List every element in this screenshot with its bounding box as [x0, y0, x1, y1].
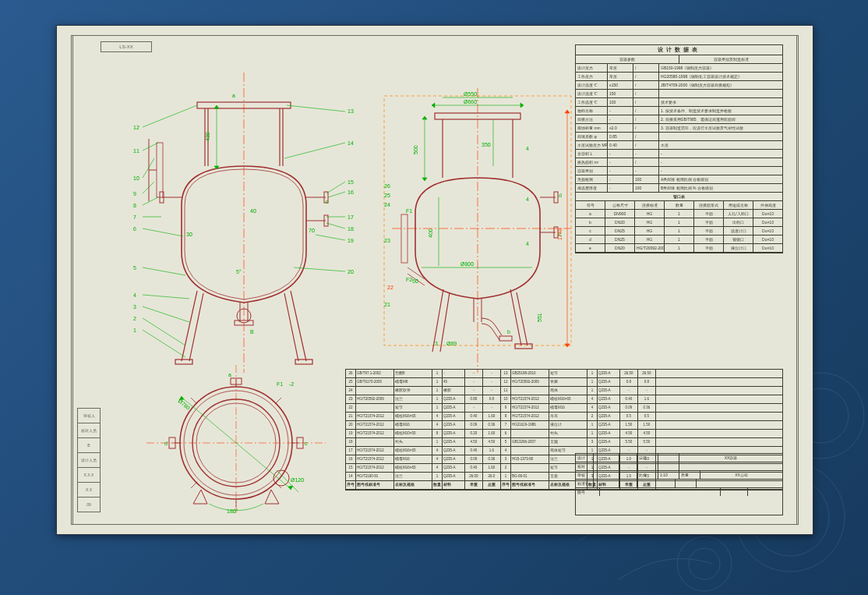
svg-line-46	[143, 105, 197, 127]
svg-text:3: 3	[435, 341, 438, 346]
svg-text:551: 551	[537, 313, 542, 322]
svg-line-38	[143, 295, 189, 299]
svg-text:12: 12	[133, 125, 139, 130]
svg-line-147	[191, 398, 197, 404]
svg-text:3: 3	[133, 304, 136, 310]
svg-text:9: 9	[133, 191, 136, 197]
svg-line-66	[294, 267, 345, 271]
svg-text:Ø120: Ø120	[291, 477, 304, 483]
svg-line-37	[143, 306, 189, 322]
svg-text:400: 400	[428, 228, 433, 238]
svg-text:23: 23	[384, 238, 390, 243]
svg-text:c: c	[559, 232, 562, 237]
svg-line-35	[143, 330, 185, 357]
svg-point-3	[677, 537, 732, 591]
svg-line-149	[191, 482, 197, 488]
design-data-table: 设计数据表 容器参数容器类别及制造标准 设计压力常压/GB150-1998《钢制…	[575, 44, 783, 253]
svg-text:50: 50	[412, 278, 418, 284]
plan-view: Ø780 Ø120 180° a d c F1 -2	[135, 361, 337, 517]
svg-text:8: 8	[133, 203, 136, 208]
svg-point-4	[689, 548, 720, 579]
svg-text:20: 20	[348, 269, 354, 274]
svg-text:5: 5	[133, 265, 136, 271]
svg-line-25	[182, 291, 197, 361]
svg-line-28	[284, 293, 298, 361]
svg-text:14: 14	[348, 140, 354, 146]
svg-text:-2: -2	[289, 381, 294, 387]
svg-line-148	[275, 398, 281, 404]
svg-line-45	[143, 143, 158, 151]
svg-text:2: 2	[133, 316, 136, 321]
svg-line-39	[143, 267, 185, 275]
svg-line-36	[143, 318, 185, 345]
svg-line-40	[143, 228, 183, 236]
svg-line-62	[328, 192, 345, 197]
svg-line-27	[291, 291, 306, 361]
svg-line-61	[326, 182, 345, 193]
svg-line-59	[287, 105, 345, 112]
svg-text:430: 430	[205, 132, 210, 141]
svg-text:Ø550: Ø550	[464, 91, 477, 97]
svg-text:180°: 180°	[227, 508, 238, 514]
svg-text:22: 22	[387, 285, 393, 290]
svg-text:6: 6	[133, 226, 136, 232]
svg-text:11: 11	[133, 148, 139, 154]
svg-text:500: 500	[413, 145, 418, 154]
svg-text:4: 4	[526, 197, 529, 202]
svg-line-65	[316, 235, 345, 240]
svg-line-99	[517, 292, 528, 345]
svg-text:B: B	[250, 329, 254, 335]
svg-text:18: 18	[348, 226, 354, 232]
side-elevation-view: Ø660 Ø550 500 350 400 50 Ø800 551 Ø89 4 …	[369, 65, 587, 377]
svg-text:15: 15	[348, 179, 354, 185]
svg-text:1: 1	[133, 328, 136, 333]
drawing-sheet: LS-XX 审核人校对人员B 设计人员X.X.XX.X09	[56, 25, 813, 535]
revision-column: 审核人校对人员B 设计人员X.X.XX.X09	[77, 408, 101, 512]
svg-text:19: 19	[348, 238, 354, 243]
svg-text:a: a	[232, 93, 235, 98]
svg-text:F1: F1	[277, 381, 283, 387]
svg-text:21: 21	[384, 302, 390, 307]
svg-text:Ø780: Ø780	[177, 398, 191, 410]
svg-line-26	[189, 293, 203, 361]
svg-text:4: 4	[526, 146, 529, 151]
svg-text:16: 16	[348, 189, 354, 195]
svg-text:4: 4	[133, 292, 136, 298]
svg-text:b: b	[507, 329, 510, 335]
svg-point-154	[273, 470, 289, 486]
svg-rect-101	[515, 344, 532, 349]
sheet-stamp: LS-XX	[101, 41, 152, 52]
svg-text:30: 30	[186, 232, 192, 237]
svg-text:7: 7	[133, 214, 136, 220]
svg-text:24: 24	[384, 202, 390, 207]
svg-line-42	[143, 197, 158, 205]
svg-text:4: 4	[526, 241, 529, 246]
svg-text:d: d	[164, 441, 168, 446]
svg-text:d: d	[559, 193, 562, 198]
title-block: 设计日期XX容器 校对 审核比例1:10质量XX公司 标准化 图号	[575, 453, 783, 515]
svg-text:c: c	[305, 441, 308, 446]
svg-text:Ø89: Ø89	[446, 341, 457, 346]
svg-text:350: 350	[482, 142, 491, 147]
svg-text:c: c	[326, 199, 329, 204]
svg-text:10: 10	[133, 175, 139, 181]
svg-text:40: 40	[250, 208, 256, 214]
svg-text:Ø660: Ø660	[464, 99, 477, 104]
svg-text:25: 25	[384, 193, 390, 198]
svg-text:17: 17	[348, 214, 354, 220]
svg-line-64	[326, 223, 345, 228]
svg-text:a: a	[228, 372, 231, 377]
svg-rect-94	[401, 214, 408, 263]
svg-rect-22	[157, 143, 163, 197]
svg-text:70: 70	[309, 228, 315, 233]
svg-text:Ø800: Ø800	[460, 261, 474, 267]
leader-labels-right: 13 14 15 16 17 18 19 20	[284, 105, 354, 274]
svg-text:5°: 5°	[236, 269, 242, 274]
svg-text:F2: F2	[406, 277, 412, 282]
front-elevation-view: 1 2 3 4 5 6 7 8 9 10 11 12 13 14 15 16	[111, 65, 376, 377]
svg-text:13: 13	[348, 108, 354, 114]
svg-rect-104	[499, 336, 512, 341]
svg-text:26: 26	[384, 183, 390, 189]
svg-line-60	[284, 143, 345, 158]
svg-text:F1: F1	[406, 208, 412, 214]
